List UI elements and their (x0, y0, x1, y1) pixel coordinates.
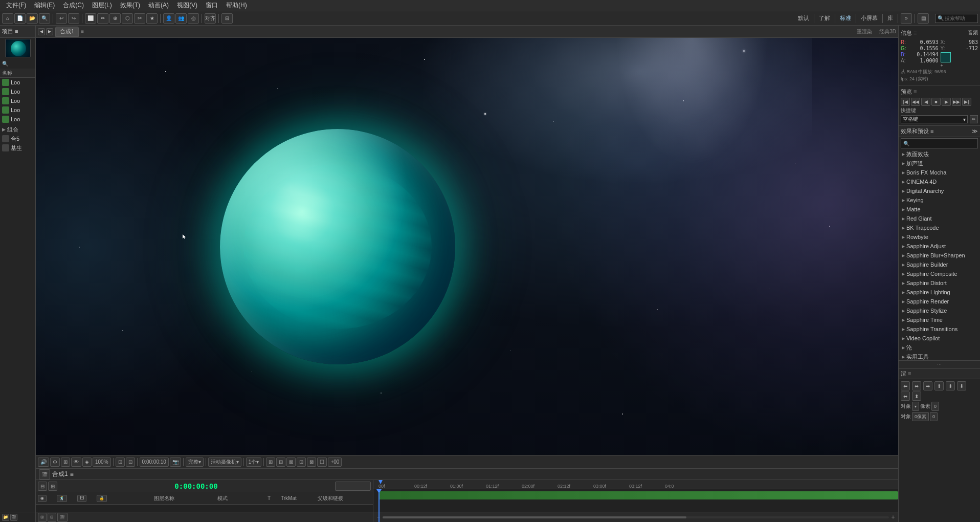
effect-cat-17[interactable]: ▶ Sapphire Stylize (899, 306, 980, 315)
prev-stop[interactable]: ■ (931, 98, 941, 106)
zoom-in-icon[interactable]: ＋ (890, 513, 896, 521)
menu-file[interactable]: 文件(F) (2, 0, 30, 11)
project-extra-2[interactable]: 基生 (0, 143, 35, 153)
tool6[interactable]: ★ (146, 13, 158, 24)
top-tab-learn[interactable]: 了解 (817, 14, 832, 22)
snap-btn[interactable]: ⊟ (221, 13, 233, 24)
tl-btn-1[interactable]: ⊟ (38, 482, 47, 491)
effect-cat-21[interactable]: ▶ 沦 (899, 343, 980, 352)
prev-back-frame[interactable]: ◀ (921, 98, 930, 106)
effect-cat-11[interactable]: ▶ Sapphire Blur+Sharpen (899, 251, 980, 260)
effect-cat-7[interactable]: ▶ Red Giant (899, 214, 980, 223)
menu-edit[interactable]: 编辑(E) (30, 0, 59, 11)
vt-view-options[interactable]: ◈ (82, 458, 92, 467)
prev-last[interactable]: ▶| (962, 98, 971, 106)
project-new-folder[interactable]: 📁 (2, 514, 9, 521)
project-group[interactable]: ▶ 组合 (0, 125, 35, 134)
effect-cat-6[interactable]: ▶ Matte (899, 205, 980, 214)
project-item-5[interactable]: Loo (0, 115, 35, 124)
classic3d-label[interactable]: 经典3D (879, 28, 896, 35)
last-field[interactable]: 0 (930, 412, 938, 421)
help-search-input[interactable] (945, 15, 975, 21)
effect-cat-1[interactable]: ▶ 加声道 (899, 159, 980, 168)
redo-btn[interactable]: ↪ (68, 13, 79, 24)
comp-nav-right[interactable]: ▶ (46, 28, 53, 35)
effect-cat-4[interactable]: ▶ Digital Anarchy (899, 186, 980, 195)
effect-cat-18[interactable]: ▶ Sapphire Time (899, 315, 980, 324)
tl-lock[interactable]: 🔒 (97, 495, 107, 502)
person1[interactable]: 👤 (163, 13, 174, 24)
comp-nav-left[interactable]: ◀ (38, 28, 45, 35)
menu-layer[interactable]: 图层(L) (88, 0, 116, 11)
align-bottom[interactable]: ⬇ (957, 381, 966, 390)
vt-audio[interactable]: 🔊 (38, 458, 49, 467)
menu-window[interactable]: 窗口 (202, 0, 222, 11)
shortcut-dropdown[interactable]: 空格键 ▾ (901, 115, 968, 123)
tl-btn-2[interactable]: ⊞ (48, 482, 57, 491)
project-item-1[interactable]: Loo (0, 78, 35, 87)
tl-expand[interactable]: ⊞ (38, 513, 47, 522)
vt-prefs[interactable]: ⚙ (50, 458, 60, 467)
thumb-comp[interactable] (5, 39, 31, 57)
tool1[interactable]: ⬜ (85, 13, 96, 24)
new-btn[interactable]: 📄 (14, 13, 26, 24)
effect-cat-12[interactable]: ▶ Sapphire Builder (899, 260, 980, 269)
prev-first[interactable]: |◀ (901, 98, 910, 106)
tool5[interactable]: ✂ (134, 13, 145, 24)
tl-icon[interactable]: 🎬 (39, 469, 50, 480)
top-tab-default[interactable]: 默认 (796, 14, 811, 22)
menu-animate[interactable]: 动画(A) (144, 0, 173, 11)
layout-btn[interactable]: ▤ (918, 13, 929, 24)
top-tab-standard[interactable]: 标准 (838, 14, 853, 22)
vt-timecode[interactable]: 0:00:00:10 (140, 458, 169, 467)
distribute-v[interactable]: ⬍ (912, 391, 921, 401)
project-item-4[interactable]: Loo (0, 105, 35, 115)
effect-cat-3[interactable]: ▶ CINEMA 4D (899, 177, 980, 186)
effect-cat-16[interactable]: ▶ Sapphire Render (899, 297, 980, 306)
effects-search-input[interactable] (910, 141, 975, 146)
tl-timecode[interactable]: 0:00:00:00 (174, 482, 217, 490)
effect-cat-22[interactable]: ▶ 实用工具 (899, 352, 980, 360)
prev-forward-frame[interactable]: ▶▶ (952, 98, 961, 106)
effect-cat-19[interactable]: ▶ Sapphire Transitions (899, 324, 980, 334)
obj-field[interactable]: 0像素 (912, 412, 929, 421)
vt-resize[interactable]: ⊡ (126, 458, 135, 467)
project-new-comp[interactable]: 🎬 (10, 514, 17, 521)
tool2[interactable]: ✏ (97, 13, 108, 24)
prev-back[interactable]: ◀◀ (911, 98, 920, 106)
vt-layout-4[interactable]: ⊡ (297, 458, 306, 467)
effect-cat-2[interactable]: ▶ Boris FX Mocha (899, 168, 980, 177)
vt-layout-3[interactable]: ⊠ (286, 458, 296, 467)
render-section-header[interactable]: 渲 ≡ (899, 369, 980, 379)
effect-cat-13[interactable]: ▶ Sapphire Composite (899, 269, 980, 278)
vt-snapshot[interactable]: 📷 (170, 458, 181, 467)
track-bar-main[interactable] (378, 491, 898, 499)
person2[interactable]: 👥 (175, 13, 187, 24)
menu-view[interactable]: 视图(V) (173, 0, 202, 11)
effect-cat-15[interactable]: ▶ Sapphire Lighting (899, 288, 980, 297)
vt-layout-5[interactable]: ⊠ (307, 458, 316, 467)
effect-cat-10[interactable]: ▶ Sapphire Adjust (899, 242, 980, 251)
align-label[interactable]: 对齐 (205, 13, 216, 24)
tool4[interactable]: ⬡ (122, 13, 133, 24)
align-right[interactable]: ➡ (923, 381, 932, 390)
shortcut-edit[interactable]: ✏ (970, 115, 978, 123)
mask-btn[interactable]: ◎ (188, 13, 199, 24)
effect-cat-5[interactable]: ▶ Keying (899, 195, 980, 205)
vt-transparency[interactable]: ☐ (317, 458, 327, 467)
expand-btn[interactable]: » (901, 13, 912, 24)
top-tab-small[interactable]: 小屏幕 (859, 14, 880, 22)
vt-camera-dropdown[interactable]: 活动摄像机▾ (208, 458, 241, 467)
tl-search-input[interactable] (338, 484, 368, 489)
search-btn[interactable]: 🔍 (39, 13, 50, 24)
obj-dropdown[interactable]: ▾ (912, 402, 919, 411)
align-top[interactable]: ⬆ (934, 381, 944, 390)
comp-tab-1[interactable]: 合成1 (55, 27, 79, 37)
effect-cat-14[interactable]: ▶ Sapphire Distort (899, 278, 980, 288)
project-extra-1[interactable]: 合5 (0, 134, 35, 143)
effect-cat-20[interactable]: ▶ Video Copilot (899, 334, 980, 343)
pixel-field[interactable]: 0 (931, 402, 939, 411)
effects-expand[interactable]: ≫ (972, 128, 978, 135)
vt-layout-1[interactable]: ⊞ (266, 458, 275, 467)
vt-offset[interactable]: +00 (328, 458, 342, 467)
